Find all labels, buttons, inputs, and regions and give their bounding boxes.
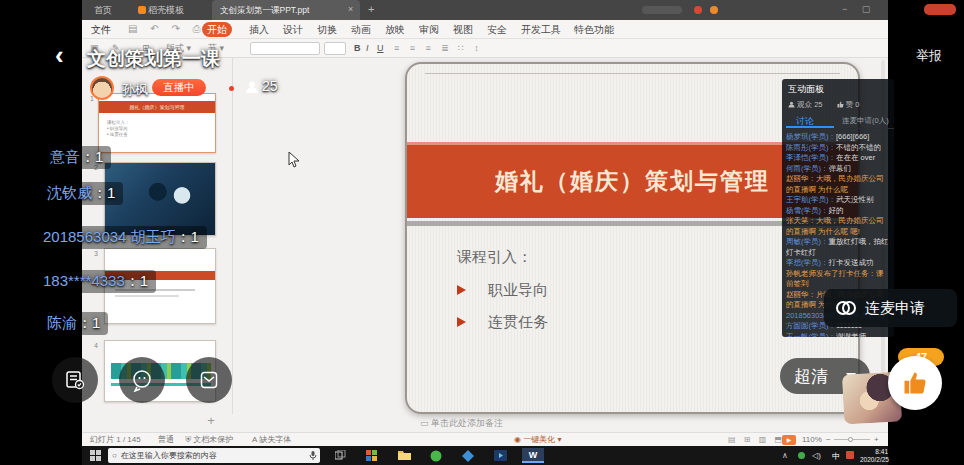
chat-message: 沈钦威：1 xyxy=(39,182,123,205)
tab-home[interactable]: 首页 xyxy=(86,0,120,20)
tray-chevron-icon[interactable]: ∧ xyxy=(782,451,788,460)
slide-counter: 幻灯片 1 / 145 xyxy=(90,435,141,445)
mouse-cursor xyxy=(288,152,300,168)
like-button[interactable] xyxy=(888,356,942,410)
cortana-icon: ○ xyxy=(112,451,117,460)
underline-button[interactable]: U xyxy=(377,42,384,55)
green-app-icon[interactable] xyxy=(428,448,444,463)
back-button[interactable]: ‹ xyxy=(55,40,64,71)
live-badge: 直播中 xyxy=(152,79,206,96)
avatar-orange-icon[interactable] xyxy=(710,6,718,14)
report-button[interactable]: 举报 xyxy=(916,47,942,65)
recording-badge xyxy=(924,4,956,15)
italic-button[interactable]: I xyxy=(366,42,369,55)
file-explorer-icon[interactable] xyxy=(396,448,412,463)
wps-ribbon: 文件 ▤ ↶ ↷ ⎙ 开始 插入 设计 切换 动画 放映 审阅 视图 安全 开发… xyxy=(82,20,888,39)
beautify-button[interactable]: ◉ 一键美化 ▾ xyxy=(514,435,561,445)
missing-fonts-label[interactable]: A 缺失字体 xyxy=(252,435,291,445)
quick-access-icons[interactable]: ▤ ↶ ↷ ⎙ xyxy=(128,22,206,35)
notes-placeholder[interactable]: ▭ 单击此处添加备注 xyxy=(420,417,503,430)
slide-bullet-1: 职业导向 xyxy=(457,281,548,300)
slide-bullet-2: 连贯任务 xyxy=(457,313,548,332)
presenter-avatar[interactable] xyxy=(90,76,114,100)
viewers-icon xyxy=(245,80,259,94)
panel-message: 王一帆(学员)：谢谢老师 xyxy=(786,332,890,338)
bold-button[interactable]: B xyxy=(354,42,361,55)
ime-indicator[interactable]: 中 xyxy=(832,451,840,462)
new-tab-icon[interactable]: + xyxy=(368,3,374,15)
font-size-select[interactable] xyxy=(324,42,346,55)
align-icons[interactable]: ≡ ≡ ≡ ≣ xyxy=(394,42,453,55)
chat-message: 2018563034 胡玉巧：1 xyxy=(35,226,207,249)
tray-volume-icon[interactable]: ◁) xyxy=(812,451,821,460)
slide-body: 课程引入： 职业导向 连贯任务 xyxy=(457,248,548,332)
thumb1-banner: 婚礼（婚庆）策划与管理 xyxy=(99,101,215,113)
window-controls[interactable]: − ▢ xyxy=(842,4,876,14)
list-spacing-icons[interactable]: ∷ ↕ xyxy=(458,42,483,55)
task-view-icon[interactable] xyxy=(332,448,348,463)
view-mode-icons[interactable]: ▤ ⊞ ▥ ⬒ xyxy=(728,435,785,445)
mic-request-button[interactable]: 连麦申请 xyxy=(824,289,957,327)
bullet-arrow-icon xyxy=(457,285,466,295)
ribbon-tab-security[interactable]: 安全 xyxy=(482,22,512,37)
start-button[interactable] xyxy=(90,450,101,461)
zoom-out-button[interactable]: − xyxy=(826,435,831,445)
ribbon-tab-special[interactable]: 特色功能 xyxy=(569,22,619,37)
tray-green-icon[interactable] xyxy=(798,452,805,459)
ribbon-tab-animation[interactable]: 动画 xyxy=(346,22,376,37)
screen: 首页 稻壳模板 文创策划第一课PPT.ppt × + − ▢ 文件 ▤ ↶ ↷ … xyxy=(0,0,964,465)
zoom-in-button[interactable]: + xyxy=(874,435,879,445)
tray-red-icon[interactable] xyxy=(846,451,854,459)
panel-message: 李想(学员)：打卡发送成功 xyxy=(786,258,890,269)
checkin-button[interactable] xyxy=(52,357,98,403)
praise-stat: 赞 0 xyxy=(837,100,860,110)
chat-message: 183****4333：1 xyxy=(35,270,156,293)
windows-taskbar: ○在这里输入你要搜索的内容 W ∧ ◁) 中 8:412020/2/25 xyxy=(82,446,888,465)
tab-document[interactable]: 文创策划第一课PPT.ppt xyxy=(212,0,360,20)
link-icon xyxy=(834,296,858,320)
menu-file[interactable]: 文件 xyxy=(86,22,116,37)
tab-underline xyxy=(786,126,834,128)
slide-thumb-1[interactable]: 婚礼（婚庆）策划与管理 课程引入： • 职业导向 • 连贯任务 xyxy=(98,93,216,153)
ribbon-tab-review[interactable]: 审阅 xyxy=(414,22,444,37)
ribbon-tab-home[interactable]: 开始 xyxy=(202,22,232,37)
emoji-chat-button[interactable] xyxy=(119,357,165,403)
blue-app-icon[interactable] xyxy=(460,448,476,463)
live-dot-icon xyxy=(229,86,234,91)
account-red-icon[interactable] xyxy=(694,6,702,14)
audience-stat: 观众 25 xyxy=(788,100,823,110)
play-slideshow-button[interactable]: ▶ xyxy=(782,435,796,445)
panel-message: 周敏(学员)：重放红灯哦，拍红灯卡红灯 xyxy=(786,237,890,258)
bullet-arrow-icon xyxy=(457,317,466,327)
pinwheel-app-icon[interactable] xyxy=(364,448,380,463)
add-slide-button[interactable]: + xyxy=(203,413,219,429)
zoom-slider-knob[interactable] xyxy=(848,437,853,442)
taskbar-clock[interactable]: 8:412020/2/25 xyxy=(860,448,888,463)
ribbon-tab-transition[interactable]: 切换 xyxy=(312,22,342,37)
ribbon-tab-insert[interactable]: 插入 xyxy=(244,22,274,37)
video-app-icon[interactable] xyxy=(492,448,508,463)
panel-message: 张天笑：大哦，民办婚庆公司的直播啊 为什么呢 嗯! xyxy=(786,216,890,237)
tab-mic-queue[interactable]: 连麦申请(0人) xyxy=(842,116,889,126)
stream-title: 文创策划第一课 xyxy=(87,46,220,72)
ribbon-tab-slideshow[interactable]: 放映 xyxy=(380,22,410,37)
thumb3-line2 xyxy=(115,295,179,297)
chat-message: 陈渝：1 xyxy=(39,312,108,335)
box-icon xyxy=(198,369,220,391)
font-family-select[interactable] xyxy=(250,42,320,55)
thumbs-up-icon xyxy=(901,369,929,397)
slide-intro: 课程引入： xyxy=(457,248,548,267)
tab-close-icon[interactable]: × xyxy=(348,4,353,14)
ribbon-tab-design[interactable]: 设计 xyxy=(278,22,308,37)
tabbar-widget xyxy=(642,6,682,14)
presenter-name: 孙枫 xyxy=(122,81,148,99)
thumb-number-4: 4 xyxy=(94,342,98,349)
gift-box-button[interactable] xyxy=(186,357,232,403)
doc-protect-label[interactable]: ⛨ 文档未保护 xyxy=(185,435,233,445)
mic-icon[interactable] xyxy=(309,451,317,461)
view-label: 普通 xyxy=(158,435,174,445)
ribbon-tab-view[interactable]: 视图 xyxy=(448,22,478,37)
wps-taskbar-icon[interactable]: W xyxy=(522,448,544,463)
ribbon-tab-devtools[interactable]: 开发工具 xyxy=(516,22,566,37)
taskbar-search[interactable]: ○在这里输入你要搜索的内容 xyxy=(108,448,320,463)
